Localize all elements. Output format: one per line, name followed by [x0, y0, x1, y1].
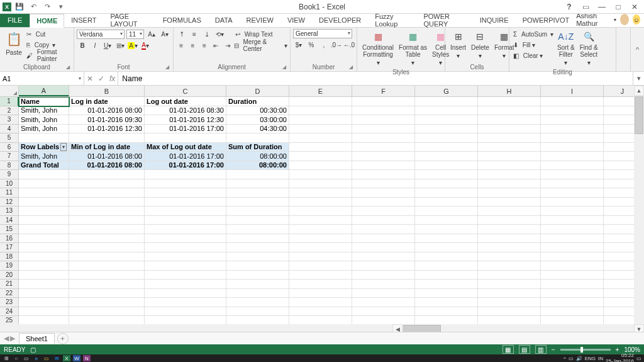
- italic-button[interactable]: I: [89, 40, 101, 50]
- clear-button[interactable]: ◧ Clear▾: [513, 50, 553, 60]
- cell[interactable]: [352, 316, 415, 324]
- font-color-button[interactable]: A▾: [140, 40, 151, 50]
- cell[interactable]: [289, 280, 352, 289]
- cell[interactable]: [226, 271, 289, 280]
- row-header[interactable]: 20: [0, 271, 19, 280]
- cell[interactable]: [415, 152, 478, 161]
- align-left[interactable]: ≡: [176, 40, 186, 50]
- cell[interactable]: [415, 188, 478, 198]
- cell[interactable]: [19, 298, 69, 307]
- accounting-format[interactable]: $▾: [293, 40, 304, 50]
- decrease-decimal[interactable]: ←.0: [343, 40, 355, 50]
- cell[interactable]: [478, 225, 541, 234]
- cell[interactable]: [415, 298, 478, 307]
- cell[interactable]: [478, 316, 541, 324]
- cell[interactable]: [415, 216, 478, 225]
- cell[interactable]: [352, 252, 415, 262]
- cell[interactable]: [69, 261, 145, 271]
- cell[interactable]: [19, 252, 69, 262]
- row-header[interactable]: 3: [0, 115, 19, 125]
- cell[interactable]: [145, 188, 226, 198]
- cell[interactable]: [226, 216, 289, 225]
- cell[interactable]: [541, 298, 604, 307]
- cell[interactable]: [226, 316, 289, 324]
- cell[interactable]: [478, 298, 541, 307]
- cell[interactable]: [145, 298, 226, 307]
- cell[interactable]: [415, 234, 478, 244]
- cell[interactable]: [541, 188, 604, 198]
- cell[interactable]: [289, 161, 352, 171]
- cell[interactable]: [478, 161, 541, 171]
- cell[interactable]: [352, 170, 415, 179]
- cell[interactable]: 01-01-2016 09:30: [69, 115, 145, 125]
- cell[interactable]: [289, 115, 352, 125]
- cell[interactable]: [226, 261, 289, 271]
- align-bottom[interactable]: ⤓: [201, 29, 213, 39]
- row-header[interactable]: 1: [0, 97, 19, 106]
- macro-record-icon[interactable]: ▢: [30, 346, 36, 353]
- cell[interactable]: [352, 198, 415, 207]
- cell[interactable]: 08:00:00: [226, 152, 289, 161]
- cell[interactable]: [289, 106, 352, 116]
- cell[interactable]: [415, 170, 478, 179]
- row-header[interactable]: 23: [0, 298, 19, 307]
- cell[interactable]: [478, 243, 541, 252]
- cell[interactable]: [352, 97, 415, 106]
- cell[interactable]: [145, 289, 226, 298]
- cell[interactable]: [541, 261, 604, 271]
- cell[interactable]: [541, 316, 604, 324]
- insert-function-button[interactable]: fx: [109, 74, 115, 83]
- tab-view[interactable]: VIEW: [280, 13, 312, 27]
- cell[interactable]: [226, 252, 289, 262]
- cell[interactable]: [69, 216, 145, 225]
- start-button[interactable]: ⊞: [3, 355, 10, 361]
- row-header[interactable]: 19: [0, 261, 19, 271]
- fill-color-button[interactable]: A▾: [127, 40, 138, 50]
- maximize-button[interactable]: □: [611, 1, 625, 13]
- cell[interactable]: [541, 243, 604, 252]
- mail-icon[interactable]: ✉: [53, 355, 60, 361]
- cell[interactable]: [352, 225, 415, 234]
- row-header[interactable]: 24: [0, 307, 19, 317]
- cell[interactable]: Log in date: [69, 97, 145, 106]
- cell[interactable]: [226, 234, 289, 244]
- cell[interactable]: Smith, John: [19, 106, 69, 116]
- feedback-icon[interactable]: ☺: [633, 14, 640, 25]
- delete-cells-button[interactable]: ⊟Delete▾: [469, 29, 492, 60]
- enter-formula-button[interactable]: ✓: [98, 74, 104, 83]
- cell[interactable]: [541, 106, 604, 116]
- cell[interactable]: [415, 179, 478, 189]
- tab-pagelayout[interactable]: PAGE LAYOUT: [103, 13, 155, 27]
- cell[interactable]: [19, 179, 69, 189]
- conditional-formatting-button[interactable]: ▦Conditional Formatting▾: [360, 29, 396, 67]
- cell[interactable]: [69, 234, 145, 244]
- cell[interactable]: [541, 206, 604, 216]
- help-button[interactable]: ?: [562, 1, 576, 13]
- tab-powerpivot[interactable]: POWERPIVOT: [516, 13, 577, 27]
- cell[interactable]: Max of Log out date: [145, 143, 226, 152]
- fill-button[interactable]: ⬇ Fill▾: [513, 40, 553, 50]
- cell[interactable]: 00:30:00: [226, 106, 289, 116]
- minimize-button[interactable]: —: [595, 1, 609, 13]
- decrease-indent[interactable]: ⇤: [211, 40, 221, 50]
- cell[interactable]: [289, 252, 352, 262]
- file-explorer-icon[interactable]: ▭: [43, 355, 50, 361]
- tray-chevron-icon[interactable]: ^: [564, 356, 566, 361]
- cell[interactable]: [478, 125, 541, 134]
- cell[interactable]: Min of Log in date: [69, 143, 145, 152]
- row-header[interactable]: 13: [0, 206, 19, 216]
- cell[interactable]: [226, 225, 289, 234]
- cell[interactable]: [69, 206, 145, 216]
- cell[interactable]: [415, 115, 478, 125]
- sort-filter-button[interactable]: A↓ZSort & Filter▾: [555, 29, 577, 67]
- cell[interactable]: [69, 243, 145, 252]
- cell[interactable]: [69, 307, 145, 317]
- column-header[interactable]: B: [69, 86, 145, 96]
- user-name[interactable]: Ashish Mathur: [576, 12, 610, 27]
- row-header[interactable]: 18: [0, 252, 19, 262]
- row-header[interactable]: 7: [0, 152, 19, 161]
- zoom-out-button[interactable]: −: [552, 346, 555, 353]
- vertical-scrollbar[interactable]: ▲ ▼: [634, 86, 644, 334]
- cell[interactable]: [415, 161, 478, 171]
- cell[interactable]: [478, 206, 541, 216]
